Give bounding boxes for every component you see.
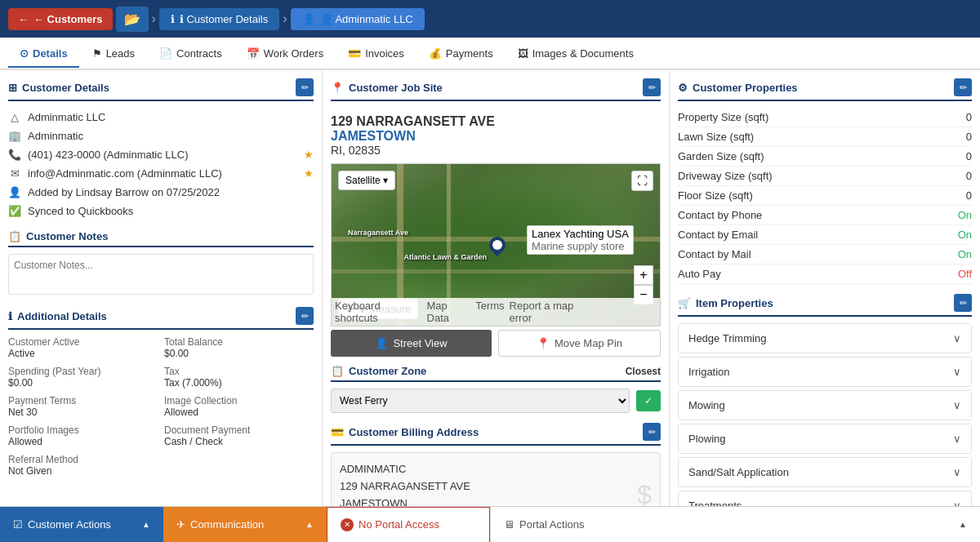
contact-by-email-label: Contact by Email	[678, 229, 758, 241]
lawn-size-value: 0	[966, 131, 972, 143]
customer-actions-btn[interactable]: ☑ Customer Actions ▲	[0, 507, 163, 543]
auto-pay-label: Auto Pay	[678, 268, 721, 280]
communication-btn[interactable]: ✈ Communication ▲	[163, 507, 327, 543]
customer-notes-textarea[interactable]	[8, 254, 314, 295]
hedge-trimming-accordion-header[interactable]: Hedge Trimming ∨	[679, 324, 971, 353]
map-biz-name: Lanex Yachting USA	[532, 228, 629, 240]
floor-size-row: Floor Size (sqft) 0	[678, 186, 972, 206]
payment-terms-label: Payment Terms	[8, 395, 158, 406]
customer-properties-title: ⚙ Customer Properties	[678, 82, 798, 94]
street-view-btn[interactable]: 👤 Street View	[331, 330, 492, 357]
customers-nav-label: ← Customers	[33, 13, 103, 25]
tab-contracts[interactable]: 📄 Contracts	[148, 41, 234, 68]
job-site-edit-btn[interactable]: ✏	[643, 78, 661, 96]
tab-invoices[interactable]: 💳 Invoices	[336, 41, 416, 68]
item-properties-title: 🛒 Item Properties	[678, 297, 773, 309]
portfolio-images-value: Allowed	[8, 436, 158, 447]
garden-size-label: Garden Size (sqft)	[678, 150, 764, 162]
additional-details-edit-btn[interactable]: ✏	[296, 307, 314, 325]
work-orders-tab-icon: 📅	[247, 47, 260, 60]
contact-by-phone-label: Contact by Phone	[678, 209, 762, 221]
address-line1: 129 NARRAGANSETT AVE	[331, 114, 661, 129]
map-pin	[489, 237, 506, 260]
mowing-accordion-header[interactable]: Mowing ∨	[679, 391, 971, 420]
spending-block: Spending (Past Year) $0.00	[8, 366, 158, 389]
images-documents-tab-label: Images & Documents	[532, 47, 634, 60]
irrigation-accordion-header[interactable]: Irrigation ∨	[679, 358, 971, 386]
customer-properties-edit-btn[interactable]: ✏	[954, 78, 972, 96]
quickbooks-row: ✅ Synced to Quickbooks	[8, 202, 314, 220]
map-data-link[interactable]: Map Data	[427, 300, 471, 324]
driveway-size-label: Driveway Size (sqft)	[678, 170, 773, 182]
contracts-tab-label: Contracts	[176, 47, 222, 60]
tab-leads[interactable]: ⚑ Leads	[81, 41, 146, 68]
map-container[interactable]: Narragansett Ave Atlantic Lawn & Garden …	[331, 163, 661, 327]
company-icon: 🏢	[8, 130, 21, 142]
plowing-accordion-header[interactable]: Plowing ∨	[679, 424, 971, 453]
sand-salt-chevron-icon: ∨	[953, 466, 961, 478]
street-view-icon: 👤	[375, 337, 388, 349]
terms-link[interactable]: Terms	[475, 300, 504, 324]
no-portal-x-icon: ✕	[341, 518, 354, 531]
floor-size-label: Floor Size (sqft)	[678, 189, 753, 202]
middle-panel: 📍 Customer Job Site ✏ 129 NARRAGANSETT A…	[323, 70, 670, 506]
no-portal-access-btn[interactable]: ✕ No Portal Access	[327, 507, 490, 543]
email-address: info@Adminmatic.com (Adminmatic LLC)	[28, 167, 222, 180]
mowing-accordion: Mowing ∨	[678, 390, 972, 420]
tab-payments[interactable]: 💰 Payments	[417, 41, 505, 68]
main-content: ⊞ Customer Details ✏ △ Adminmatic LLC 🏢 …	[0, 70, 980, 506]
irrigation-label: Irrigation	[688, 366, 730, 378]
customer-details-edit-btn[interactable]: ✏	[296, 78, 314, 96]
customer-actions-checkbox-icon: ☑	[13, 518, 23, 531]
portfolio-images-label: Portfolio Images	[8, 424, 158, 436]
keyboard-shortcuts-link[interactable]: Keyboard shortcuts	[335, 300, 422, 324]
additional-details-icon: ℹ	[8, 310, 12, 322]
map-satellite-btn[interactable]: Satellite ▾	[338, 171, 395, 190]
billing-address-header: 💳 Customer Billing Address ✏	[331, 423, 661, 446]
details-tab-label: Details	[33, 47, 68, 60]
tab-images-documents[interactable]: 🖼 Images & Documents	[506, 41, 645, 68]
customer-details-nav-btn[interactable]: ℹ ℹ Customer Details	[159, 8, 279, 30]
spending-label: Spending (Past Year)	[8, 366, 158, 377]
move-pin-btn[interactable]: 📍 Move Map Pin	[498, 330, 661, 357]
item-properties-edit-btn[interactable]: ✏	[954, 294, 972, 312]
nav-arrow-2: ›	[283, 11, 287, 26]
sand-salt-accordion: Sand/Salt Application ∨	[678, 457, 972, 487]
treatments-accordion-header[interactable]: Treatments ∨	[679, 491, 971, 506]
hedge-trimming-chevron-icon: ∨	[953, 332, 961, 344]
customer-name: Adminmatic LLC	[28, 111, 105, 123]
billing-address1: 129 NARRAGANSETT AVE	[340, 478, 470, 495]
map-pin-icon: 📍	[331, 82, 344, 94]
map-biz-subtitle: Marine supply store	[532, 240, 629, 252]
phone-star-icon: ★	[304, 149, 314, 161]
info-icon: ℹ	[171, 13, 175, 25]
images-documents-tab-icon: 🖼	[518, 47, 528, 60]
total-balance-label: Total Balance	[164, 336, 314, 348]
customer-zone-title: 📋 Customer Zone	[331, 365, 426, 377]
tab-details[interactable]: ⊙ Details	[8, 41, 79, 68]
document-payment-block: Document Payment Cash / Check	[164, 424, 314, 447]
dollar-sign-icon: $	[637, 480, 652, 506]
report-link[interactable]: Report a map error	[510, 300, 595, 324]
sand-salt-accordion-header[interactable]: Sand/Salt Application ∨	[679, 458, 971, 486]
irrigation-chevron-icon: ∨	[953, 366, 961, 378]
treatments-accordion: Treatments ∨	[678, 491, 972, 506]
tab-work-orders[interactable]: 📅 Work Orders	[235, 41, 335, 68]
customers-nav-btn[interactable]: ← ← Customers	[8, 8, 113, 30]
map-fullscreen-btn[interactable]: ⛶	[631, 171, 653, 191]
additional-details-header: ℹ Additional Details ✏	[8, 307, 314, 330]
closest-btn[interactable]: ✓	[636, 390, 661, 411]
referral-method-block: Referral Method Not Given	[8, 454, 158, 477]
portal-actions-btn[interactable]: 🖥 Portal Actions ▲	[490, 507, 980, 543]
billing-address-edit-btn[interactable]: ✏	[643, 423, 661, 441]
zone-select[interactable]: West Ferry	[331, 389, 630, 413]
map-business-tag: Lanex Yachting USA Marine supply store	[527, 225, 634, 255]
adminmatic-nav-btn[interactable]: 👤 👤 Adminmatic LLC	[291, 8, 425, 30]
portal-actions-icon: 🖥	[504, 518, 514, 531]
contact-by-mail-label: Contact by Mail	[678, 248, 751, 260]
map-zoom-in-btn[interactable]: +	[634, 265, 653, 285]
folder-nav-btn[interactable]: 📂	[116, 7, 149, 32]
phone-icon: 📞	[8, 149, 21, 161]
zone-icon: 📋	[331, 365, 344, 377]
tax-block: Tax Tax (7.000%)	[164, 366, 314, 389]
